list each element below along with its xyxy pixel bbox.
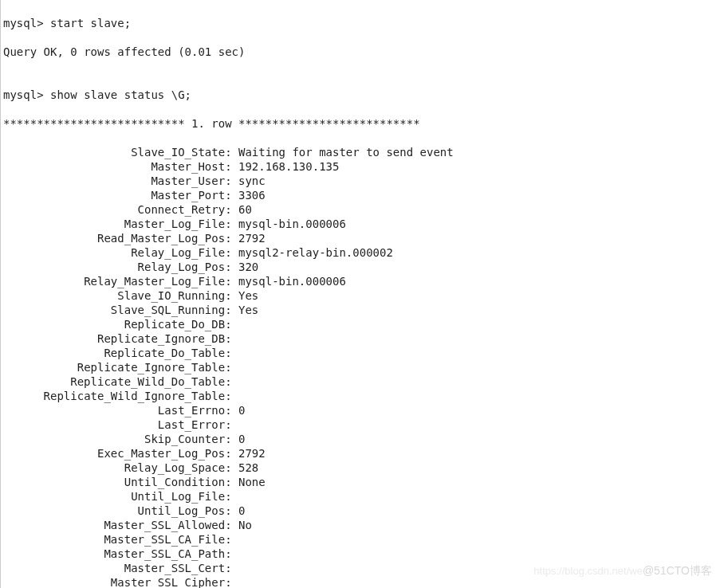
status-separator: :	[225, 547, 238, 561]
status-value: mysql-bin.000006	[238, 217, 346, 231]
status-key: Replicate_Wild_Do_Table	[3, 374, 225, 389]
status-key: Until_Log_File	[3, 489, 225, 504]
status-key: Exec_Master_Log_Pos	[3, 446, 225, 461]
status-row: Replicate_Ignore_DB:	[3, 331, 717, 346]
status-separator: :	[225, 417, 238, 432]
status-value: None	[238, 475, 266, 489]
status-row: Replicate_Do_Table:	[3, 346, 717, 360]
status-value: 0	[238, 432, 245, 446]
status-value: 192.168.130.135	[238, 159, 339, 174]
status-key: Until_Condition	[3, 475, 225, 489]
status-row: Relay_Log_Pos: 320	[3, 260, 717, 274]
status-key: Slave_IO_Running	[3, 288, 225, 303]
status-row: Slave_IO_Running: Yes	[3, 288, 717, 303]
status-row: Replicate_Wild_Ignore_Table:	[3, 389, 717, 403]
status-block: Slave_IO_State: Waiting for master to se…	[3, 145, 717, 588]
status-value: 3306	[238, 188, 266, 202]
status-separator: :	[225, 159, 238, 174]
status-separator: :	[225, 504, 238, 518]
status-row: Master_SSL_CA_Path:	[3, 547, 717, 561]
status-separator: :	[225, 231, 238, 245]
status-row: Master_SSL_Allowed: No	[3, 518, 717, 532]
prompt-line[interactable]: mysql> show slave status \G;	[3, 88, 717, 102]
status-value: 2792	[238, 446, 266, 461]
status-separator: :	[225, 374, 238, 389]
status-key: Replicate_Wild_Ignore_Table	[3, 389, 225, 403]
status-key: Master_User	[3, 174, 225, 188]
status-separator: :	[225, 288, 238, 303]
status-key: Relay_Log_Space	[3, 461, 225, 475]
status-value: 528	[238, 461, 258, 475]
status-key: Connect_Retry	[3, 202, 225, 217]
status-key: Last_Error	[3, 417, 225, 432]
status-row: Replicate_Ignore_Table:	[3, 360, 717, 374]
status-key: Master_SSL_CA_Path	[3, 547, 225, 561]
status-value: 0	[238, 403, 245, 417]
status-key: Replicate_Do_Table	[3, 346, 225, 360]
status-key: Until_Log_Pos	[3, 504, 225, 518]
status-row: Master_SSL_CA_File:	[3, 532, 717, 547]
status-key: Master_Port	[3, 188, 225, 202]
status-separator: :	[225, 360, 238, 374]
status-row: Skip_Counter: 0	[3, 432, 717, 446]
status-row: Relay_Master_Log_File: mysql-bin.000006	[3, 274, 717, 288]
status-value: Yes	[238, 288, 258, 303]
status-key: Master_Log_File	[3, 217, 225, 231]
left-border	[0, 0, 1, 588]
status-row: Read_Master_Log_Pos: 2792	[3, 231, 717, 245]
watermark-text: @51CTO博客	[643, 564, 712, 577]
status-separator: :	[225, 260, 238, 274]
status-row: Replicate_Wild_Do_Table:	[3, 374, 717, 389]
status-row: Relay_Log_File: mysql2-relay-bin.000002	[3, 245, 717, 260]
status-value: mysql2-relay-bin.000002	[238, 245, 393, 260]
status-separator: :	[225, 461, 238, 475]
status-key: Skip_Counter	[3, 432, 225, 446]
status-value: 60	[238, 202, 252, 217]
status-row: Master_Port: 3306	[3, 188, 717, 202]
status-separator: :	[225, 532, 238, 547]
status-separator: :	[225, 518, 238, 532]
status-value: mysql-bin.000006	[238, 274, 346, 288]
status-row: Last_Errno: 0	[3, 403, 717, 417]
status-row: Replicate_Do_DB:	[3, 317, 717, 331]
status-value: No	[238, 518, 252, 532]
status-separator: :	[225, 403, 238, 417]
status-key: Master_SSL_Cipher	[3, 575, 225, 588]
status-key: Master_SSL_Allowed	[3, 518, 225, 532]
status-row: Master_Log_File: mysql-bin.000006	[3, 217, 717, 231]
status-row: Connect_Retry: 60	[3, 202, 717, 217]
status-separator: :	[225, 145, 238, 159]
status-separator: :	[225, 174, 238, 188]
status-separator: :	[225, 389, 238, 403]
prompt-line[interactable]: mysql> start slave;	[3, 16, 717, 30]
status-row: Last_Error:	[3, 417, 717, 432]
status-key: Master_SSL_Cert	[3, 561, 225, 575]
status-key: Relay_Log_File	[3, 245, 225, 260]
status-key: Read_Master_Log_Pos	[3, 231, 225, 245]
status-separator: :	[225, 475, 238, 489]
status-separator: :	[225, 245, 238, 260]
status-key: Master_Host	[3, 159, 225, 174]
status-key: Replicate_Ignore_DB	[3, 331, 225, 346]
status-value: 0	[238, 504, 245, 518]
status-separator: :	[225, 188, 238, 202]
status-row: Until_Log_Pos: 0	[3, 504, 717, 518]
status-separator: :	[225, 317, 238, 331]
status-value: 2792	[238, 231, 266, 245]
status-key: Relay_Master_Log_File	[3, 274, 225, 288]
status-separator: :	[225, 575, 238, 588]
watermark-url: https://blog.csdn.net/we	[533, 565, 643, 577]
status-separator: :	[225, 346, 238, 360]
status-key: Master_SSL_CA_File	[3, 532, 225, 547]
status-separator: :	[225, 489, 238, 504]
status-key: Slave_SQL_Running	[3, 303, 225, 317]
status-separator: :	[225, 432, 238, 446]
status-key: Last_Errno	[3, 403, 225, 417]
status-separator: :	[225, 274, 238, 288]
status-separator: :	[225, 303, 238, 317]
status-value: sync	[238, 174, 266, 188]
status-row: Until_Log_File:	[3, 489, 717, 504]
status-value: Waiting for master to send event	[238, 145, 454, 159]
status-key: Slave_IO_State	[3, 145, 225, 159]
status-row: Exec_Master_Log_Pos: 2792	[3, 446, 717, 461]
